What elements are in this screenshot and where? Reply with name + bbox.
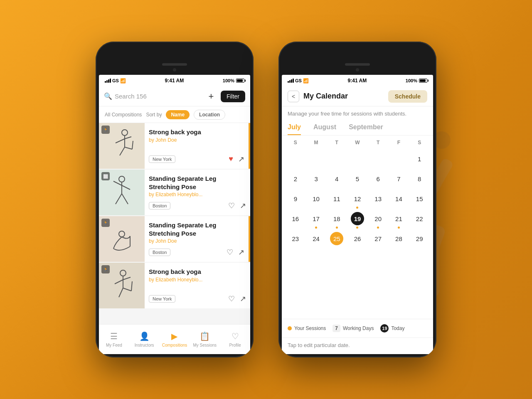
svg-line-14 [132,141,133,149]
cal-cell-13[interactable]: 13 [368,190,389,209]
cal-cell-29[interactable]: 29 [409,229,430,249]
feed-label: My Feed [106,343,122,347]
cal-cell-17[interactable]: 17 [306,209,327,229]
cal-cell-20[interactable]: 20 [368,209,389,229]
cal-cell-15[interactable]: 15 [409,190,430,209]
status-right-left: 100% [223,78,244,83]
cal-cell-26[interactable]: 26 [347,229,368,249]
cal-cell-21[interactable]: 21 [389,209,409,229]
like-button-3[interactable]: ♡ [228,294,235,303]
comp-card-2[interactable]: 🏃 Standing Separate Leg Stretching Pose [99,216,250,262]
cal-cell-22[interactable]: 22 [409,209,430,229]
thumb-icon-3: 🏃 [101,265,110,273]
schedule-button[interactable]: Schedule [388,90,427,103]
yoga-pose-standing [107,175,136,210]
comp-info-1: Standing Separate Leg Stretching Pose by… [145,170,250,215]
cal-cell-8[interactable]: 8 [409,170,430,190]
calendar-footer: Tap to edit particular date. [282,337,433,354]
filter-button[interactable]: Filter [221,91,245,102]
cal-cell-6[interactable]: 6 [368,170,389,190]
working-days-label: Working Days [343,325,374,331]
svg-line-13 [125,147,132,149]
calendar-subtitle: Manage your free time for sessions with … [282,106,433,119]
month-tab-august[interactable]: August [313,119,336,135]
cal-cell-23[interactable]: 23 [285,229,306,249]
sessions-label: My Sessions [193,343,217,347]
cal-cell-1[interactable]: 1 [409,150,430,170]
search-input-area[interactable]: 🔍 Search 156 [104,92,202,100]
comp-thumb-2: 🏃 [99,216,145,262]
nav-profile[interactable]: ♡ Profile [220,331,250,347]
comp-info-3: Strong back yoga by Elizabeth Honeyblo..… [145,263,250,308]
comp-thumb-3: 🏃 [99,263,145,308]
cal-cell-empty-5: 0 [368,150,389,170]
like-button-1[interactable]: ♡ [228,201,235,210]
month-tab-september[interactable]: September [349,119,383,135]
signal-bar-3 [108,79,109,83]
cal-cell-11[interactable]: 11 [326,190,347,209]
share-button-1[interactable]: ↗ [240,201,246,210]
cal-cell-2[interactable]: 2 [285,170,306,190]
cal-cell-28[interactable]: 28 [389,229,409,249]
cal-cell-empty-2: 0 [306,150,327,170]
comp-card-0[interactable]: 🏃 Strong back yoga [99,123,250,169]
nav-compositions[interactable]: ▶ Compositions [160,331,190,347]
cal-cell-12[interactable]: 12 [347,190,368,209]
sessions-legend-label: Your Sessions [294,325,326,331]
share-button-3[interactable]: ↗ [240,294,246,303]
sort-name-chip[interactable]: Name [166,110,190,119]
add-button[interactable]: + [205,90,217,103]
share-button-0[interactable]: ↗ [238,155,244,164]
cal-cell-4[interactable]: 4 [326,170,347,190]
comp-card-1[interactable]: ⬜ Standing Separate Leg Stretching [99,170,250,215]
like-button-0[interactable]: ♥ [229,155,233,164]
nav-my-sessions[interactable]: 📋 My Sessions [190,331,220,347]
nav-my-feed[interactable]: ☰ My Feed [99,331,129,347]
cal-cell-24[interactable]: 24 [306,229,327,249]
comp-title-1: Standing Separate Leg Stretching Pose [149,175,246,191]
cal-cell-18[interactable]: 18 [326,209,347,229]
sort-location-chip[interactable]: Location [194,110,225,120]
signal-bars-right [288,79,294,83]
phone-camera-left [173,68,176,71]
calendar-screen: < My Calendar Schedule Manage your free … [282,86,433,354]
signal-bar-2 [106,80,108,83]
legend-working-days: 7 Working Days [332,325,374,332]
svg-point-8 [122,130,128,135]
comp-actions-3: New York ♡ ↗ [149,294,246,303]
cal-cell-7[interactable]: 7 [389,170,409,190]
time-right: 9:41 AM [348,78,367,84]
calendar-header: < My Calendar Schedule [282,86,433,106]
cal-cell-10[interactable]: 10 [306,190,327,209]
back-button[interactable]: < [288,91,299,102]
comp-author-1: by Elizabeth Honeyblo... [149,192,246,197]
battery-pct-right: 100% [406,78,417,83]
phone-compositions: GS 📶 9:41 AM 100% 🔍 Search 156 + [96,42,254,357]
cal-cell-16[interactable]: 16 [285,209,306,229]
svg-line-28 [123,288,131,291]
search-icon: 🔍 [104,92,112,100]
cal-cell-19[interactable]: 19 [347,209,368,229]
cal-cell-27[interactable]: 27 [368,229,389,249]
like-button-2[interactable]: ♡ [227,248,233,257]
carrier-right: GS [295,78,302,83]
cal-cell-14[interactable]: 14 [389,190,409,209]
nav-instructors[interactable]: 👤 Instructors [129,331,160,347]
wifi-icon-right: 📶 [303,78,309,84]
battery-fill-left [237,79,243,82]
phone-camera-right [356,68,359,71]
cal-cell-25[interactable]: 25 [326,229,347,249]
cal-cell-3[interactable]: 3 [306,170,327,190]
bottom-nav: ☰ My Feed 👤 Instructors ▶ Compositions 📋… [99,324,250,354]
comp-author-0: by John Doe [149,137,244,143]
calendar-grid: S M T W T F S 0 0 0 0 0 [282,135,433,319]
cal-cell-empty-3: 0 [326,150,347,170]
cal-cell-5[interactable]: 5 [347,170,368,190]
month-tab-july[interactable]: July [288,119,301,135]
day-header-f: F [389,138,409,147]
share-button-2[interactable]: ↗ [238,248,244,257]
cal-cell-9[interactable]: 9 [285,190,306,209]
comp-card-3[interactable]: 🏃 Strong back yoga [99,263,250,308]
thumb-icon-2: 🏃 [101,219,110,227]
thumb-icon-0: 🏃 [101,126,110,134]
